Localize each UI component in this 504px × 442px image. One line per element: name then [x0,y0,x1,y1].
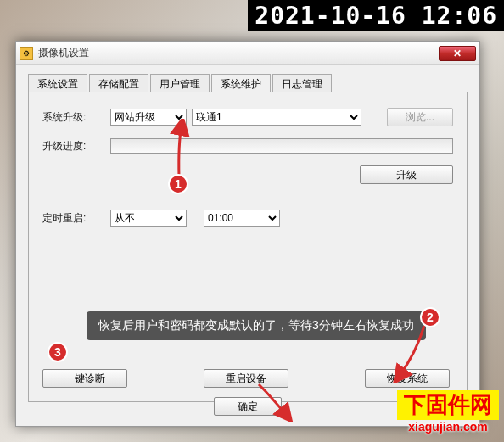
close-button[interactable]: ✕ [439,46,476,61]
select-restart-time[interactable]: 01:00 [204,210,280,227]
tab-system-settings[interactable]: 系统设置 [28,74,87,92]
diagnose-button[interactable]: 一键诊断 [42,369,127,388]
annotation-badge-3: 3 [48,342,68,362]
row-system-upgrade: 系统升级: 网站升级 联通1 浏览... [42,108,453,126]
select-restart-mode[interactable]: 从不 [110,210,187,227]
label-scheduled-restart: 定时重启: [42,211,110,226]
watermark-cn: 下固件网 [397,390,499,420]
row-upgrade-button: 升级 [42,165,453,184]
browse-button[interactable]: 浏览... [387,108,453,126]
tab-log-management[interactable]: 日志管理 [272,74,332,92]
app-icon: ⚙ [20,47,33,60]
tab-strip: 系统设置 存储配置 用户管理 系统维护 日志管理 [28,74,468,92]
annotation-arrow-3 [255,380,297,422]
close-icon: ✕ [453,48,462,59]
camera-timestamp: 2021-10-16 12:06 [248,0,504,31]
annotation-arrow-1 [166,119,192,178]
annotation-arrow-2 [390,324,433,383]
annotation-badge-1: 1 [168,174,188,194]
row-progress: 升级进度: [42,138,453,154]
upgrade-button[interactable]: 升级 [360,165,453,184]
tab-user-management[interactable]: 用户管理 [150,74,210,92]
label-system-upgrade: 系统升级: [42,110,110,125]
upgrade-progress-bar [110,138,453,154]
titlebar: ⚙ 摄像机设置 ✕ [16,42,479,65]
watermark-en: xiagujian.com [397,420,499,434]
row-scheduled-restart: 定时重启: 从不 01:00 [42,210,453,227]
label-progress: 升级进度: [42,139,110,154]
tab-storage-config[interactable]: 存储配置 [89,74,148,92]
select-upgrade-line[interactable]: 联通1 [192,109,361,126]
tab-system-maintenance[interactable]: 系统维护 [211,74,271,92]
annotation-badge-2: 2 [420,307,440,327]
watermark: 下固件网 xiagujian.com [397,390,499,434]
window-title: 摄像机设置 [38,46,439,60]
hint-toast: 恢复后用户和密码都变成默认的了，等待3分钟左右恢复成功 [87,311,426,340]
